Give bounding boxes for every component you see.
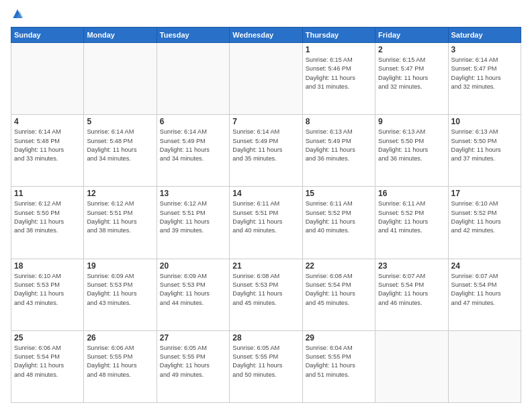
- day-info: Sunrise: 6:14 AMSunset: 5:47 PMDaylight:…: [451, 56, 518, 91]
- day-number: 23: [378, 261, 445, 271]
- day-info: Sunrise: 6:08 AMSunset: 5:54 PMDaylight:…: [306, 272, 372, 308]
- day-info: Sunrise: 6:07 AMSunset: 5:54 PMDaylight:…: [378, 272, 445, 308]
- week-row-0: 1Sunrise: 6:15 AMSunset: 5:46 PMDaylight…: [11, 43, 521, 115]
- day-number: 20: [160, 261, 226, 271]
- day-number: 7: [232, 117, 299, 126]
- calendar-header-wednesday: Wednesday: [230, 28, 302, 43]
- day-number: 2: [378, 45, 445, 54]
- day-number: 5: [87, 117, 153, 126]
- day-info: Sunrise: 6:05 AMSunset: 5:55 PMDaylight:…: [232, 344, 299, 379]
- calendar-cell: 17Sunrise: 6:10 AMSunset: 5:52 PMDayligh…: [448, 187, 521, 259]
- day-info: Sunrise: 6:13 AMSunset: 5:49 PMDaylight:…: [306, 128, 372, 163]
- day-info: Sunrise: 6:14 AMSunset: 5:48 PMDaylight:…: [14, 128, 81, 163]
- day-number: 26: [87, 333, 153, 342]
- calendar-cell: 26Sunrise: 6:06 AMSunset: 5:55 PMDayligh…: [84, 330, 157, 402]
- calendar-cell: [375, 330, 448, 402]
- calendar-cell: 8Sunrise: 6:13 AMSunset: 5:49 PMDaylight…: [302, 115, 375, 187]
- day-number: 29: [306, 333, 372, 342]
- week-row-4: 25Sunrise: 6:06 AMSunset: 5:54 PMDayligh…: [11, 330, 521, 402]
- day-info: Sunrise: 6:12 AMSunset: 5:51 PMDaylight:…: [160, 199, 226, 235]
- week-row-1: 4Sunrise: 6:14 AMSunset: 5:48 PMDaylight…: [11, 115, 521, 187]
- day-number: 12: [87, 189, 153, 198]
- calendar-cell: 9Sunrise: 6:13 AMSunset: 5:50 PMDaylight…: [375, 115, 448, 187]
- calendar-cell: [157, 43, 229, 115]
- day-info: Sunrise: 6:11 AMSunset: 5:51 PMDaylight:…: [232, 199, 299, 235]
- calendar-cell: 29Sunrise: 6:04 AMSunset: 5:55 PMDayligh…: [302, 330, 375, 402]
- calendar-cell: 13Sunrise: 6:12 AMSunset: 5:51 PMDayligh…: [157, 187, 229, 259]
- day-number: 14: [232, 189, 299, 198]
- day-number: 1: [306, 45, 372, 54]
- page: SundayMondayTuesdayWednesdayThursdayFrid…: [0, 0, 532, 411]
- calendar-cell: 28Sunrise: 6:05 AMSunset: 5:55 PMDayligh…: [230, 330, 302, 402]
- calendar-cell: 14Sunrise: 6:11 AMSunset: 5:51 PMDayligh…: [230, 187, 302, 259]
- day-info: Sunrise: 6:08 AMSunset: 5:53 PMDaylight:…: [232, 272, 299, 308]
- calendar-cell: 19Sunrise: 6:09 AMSunset: 5:53 PMDayligh…: [84, 259, 157, 330]
- calendar-cell: 24Sunrise: 6:07 AMSunset: 5:54 PMDayligh…: [448, 259, 521, 330]
- day-number: 19: [87, 261, 153, 271]
- day-info: Sunrise: 6:12 AMSunset: 5:51 PMDaylight:…: [87, 199, 153, 235]
- day-number: 10: [451, 117, 518, 126]
- day-number: 24: [451, 261, 518, 271]
- calendar-header-row: SundayMondayTuesdayWednesdayThursdayFrid…: [11, 28, 521, 43]
- logo-icon: [11, 8, 24, 21]
- day-number: 28: [232, 333, 299, 342]
- calendar-cell: 23Sunrise: 6:07 AMSunset: 5:54 PMDayligh…: [375, 259, 448, 330]
- day-info: Sunrise: 6:10 AMSunset: 5:52 PMDaylight:…: [451, 199, 518, 235]
- calendar-cell: 7Sunrise: 6:14 AMSunset: 5:49 PMDaylight…: [230, 115, 302, 187]
- calendar-header-monday: Monday: [84, 28, 157, 43]
- day-info: Sunrise: 6:11 AMSunset: 5:52 PMDaylight:…: [378, 199, 445, 235]
- day-number: 17: [451, 189, 518, 198]
- day-info: Sunrise: 6:14 AMSunset: 5:49 PMDaylight:…: [232, 128, 299, 163]
- calendar-cell: 25Sunrise: 6:06 AMSunset: 5:54 PMDayligh…: [11, 330, 84, 402]
- calendar-header-sunday: Sunday: [11, 28, 84, 43]
- day-number: 11: [14, 189, 81, 198]
- day-info: Sunrise: 6:09 AMSunset: 5:53 PMDaylight:…: [87, 272, 153, 308]
- calendar-cell: 1Sunrise: 6:15 AMSunset: 5:46 PMDaylight…: [302, 43, 375, 115]
- calendar-cell: [84, 43, 157, 115]
- day-info: Sunrise: 6:13 AMSunset: 5:50 PMDaylight:…: [378, 128, 445, 163]
- day-info: Sunrise: 6:05 AMSunset: 5:55 PMDaylight:…: [160, 344, 226, 379]
- day-number: 4: [14, 117, 81, 126]
- day-number: 15: [306, 189, 372, 198]
- logo: [11, 8, 27, 21]
- calendar-cell: 22Sunrise: 6:08 AMSunset: 5:54 PMDayligh…: [302, 259, 375, 330]
- calendar-cell: 3Sunrise: 6:14 AMSunset: 5:47 PMDaylight…: [448, 43, 521, 115]
- calendar-header-tuesday: Tuesday: [157, 28, 229, 43]
- day-number: 9: [378, 117, 445, 126]
- day-number: 13: [160, 189, 226, 198]
- calendar-cell: 5Sunrise: 6:14 AMSunset: 5:48 PMDaylight…: [84, 115, 157, 187]
- day-info: Sunrise: 6:09 AMSunset: 5:53 PMDaylight:…: [160, 272, 226, 308]
- week-row-2: 11Sunrise: 6:12 AMSunset: 5:50 PMDayligh…: [11, 187, 521, 259]
- calendar-cell: 20Sunrise: 6:09 AMSunset: 5:53 PMDayligh…: [157, 259, 229, 330]
- day-info: Sunrise: 6:06 AMSunset: 5:55 PMDaylight:…: [87, 344, 153, 379]
- calendar-cell: 27Sunrise: 6:05 AMSunset: 5:55 PMDayligh…: [157, 330, 229, 402]
- day-number: 6: [160, 117, 226, 126]
- calendar-header-friday: Friday: [375, 28, 448, 43]
- day-info: Sunrise: 6:15 AMSunset: 5:47 PMDaylight:…: [378, 56, 445, 91]
- calendar-table: SundayMondayTuesdayWednesdayThursdayFrid…: [11, 27, 521, 403]
- calendar-cell: 12Sunrise: 6:12 AMSunset: 5:51 PMDayligh…: [84, 187, 157, 259]
- day-number: 27: [160, 333, 226, 342]
- calendar-cell: 21Sunrise: 6:08 AMSunset: 5:53 PMDayligh…: [230, 259, 302, 330]
- calendar-header-saturday: Saturday: [448, 28, 521, 43]
- calendar-header-thursday: Thursday: [302, 28, 375, 43]
- day-info: Sunrise: 6:07 AMSunset: 5:54 PMDaylight:…: [451, 272, 518, 308]
- day-number: 25: [14, 333, 81, 342]
- week-row-3: 18Sunrise: 6:10 AMSunset: 5:53 PMDayligh…: [11, 259, 521, 330]
- day-number: 16: [378, 189, 445, 198]
- day-number: 22: [306, 261, 372, 271]
- day-info: Sunrise: 6:15 AMSunset: 5:46 PMDaylight:…: [306, 56, 372, 91]
- calendar-cell: [448, 330, 521, 402]
- day-info: Sunrise: 6:14 AMSunset: 5:49 PMDaylight:…: [160, 128, 226, 163]
- calendar-cell: 10Sunrise: 6:13 AMSunset: 5:50 PMDayligh…: [448, 115, 521, 187]
- day-info: Sunrise: 6:06 AMSunset: 5:54 PMDaylight:…: [14, 344, 81, 379]
- day-info: Sunrise: 6:14 AMSunset: 5:48 PMDaylight:…: [87, 128, 153, 163]
- header: [11, 8, 521, 21]
- calendar-cell: 15Sunrise: 6:11 AMSunset: 5:52 PMDayligh…: [302, 187, 375, 259]
- day-number: 8: [306, 117, 372, 126]
- calendar-cell: 18Sunrise: 6:10 AMSunset: 5:53 PMDayligh…: [11, 259, 84, 330]
- calendar-cell: 16Sunrise: 6:11 AMSunset: 5:52 PMDayligh…: [375, 187, 448, 259]
- calendar-cell: 4Sunrise: 6:14 AMSunset: 5:48 PMDaylight…: [11, 115, 84, 187]
- calendar-cell: [11, 43, 84, 115]
- day-number: 18: [14, 261, 81, 271]
